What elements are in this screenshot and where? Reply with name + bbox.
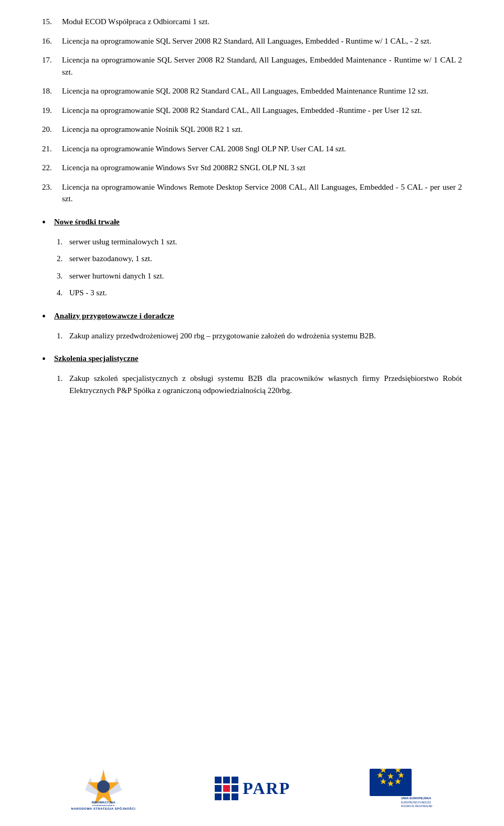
svg-rect-13 [232,793,238,800]
list-item-16: 16. Licencja na oprogramowanie SQL Serve… [42,35,462,47]
svg-rect-8 [215,785,222,792]
item-number-21: 21. [42,143,62,155]
parp-text-label: PARP [243,779,290,798]
nowe-item-3: 3. serwer hurtowni danych 1 szt. [57,270,462,282]
nowe-item-4: 4. UPS - 3 szt. [57,287,462,299]
szkolenia-text-1: Zakup szkoleń specjalistycznych z obsług… [69,373,462,396]
nowe-num-4: 4. [57,287,69,299]
list-item-15: 15. Moduł ECOD Współpraca z Odbiorcami 1… [42,16,462,28]
section-label-szkolenia: Szkolenia specjalistyczne [54,354,138,363]
svg-text:UNIA EUROPEJSKA: UNIA EUROPEJSKA [401,797,432,800]
svg-text:EUROPEJSKI FUNDUSZ: EUROPEJSKI FUNDUSZ [401,801,431,804]
section-header-nowe-srodki: • Nowe środki trwałe [42,218,462,229]
item-number-20: 20. [42,123,62,136]
logo-parp: PARP [215,777,290,800]
item-number-17: 17. [42,54,62,78]
szkolenia-list: 1. Zakup szkoleń specjalistycznych z obs… [57,373,462,396]
svg-rect-6 [223,777,230,783]
analizy-item-1: 1. Zakup analizy przedwdrożeniowej 200 r… [57,330,462,342]
logo-unia-europejska: UNIA EUROPEJSKA EUROPEJSKI FUNDUSZ ROZWO… [370,769,433,808]
ig-tagline: NARODOWA STRATEGIA SPÓJNOŚCI [71,807,135,810]
nowe-text-3: serwer hurtowni danych 1 szt. [69,270,462,282]
list-item-23: 23. Licencja na oprogramowanie Windows R… [42,181,462,205]
item-text-17: Licencja na oprogramowanie SQL Server 20… [62,54,462,78]
svg-rect-5 [215,777,222,783]
main-list: 15. Moduł ECOD Współpraca z Odbiorcami 1… [42,16,462,205]
nowe-num-2: 2. [57,253,69,265]
analizy-num-1: 1. [57,330,69,342]
list-item-20: 20. Licencja na oprogramowanie Nośnik SQ… [42,123,462,136]
nowe-text-4: UPS - 3 szt. [69,287,462,299]
nowe-srodki-list: 1. serwer usług terminalowych 1 szt. 2. … [57,236,462,299]
item-text-23: Licencja na oprogramowanie Windows Remot… [62,181,462,205]
page: 15. Moduł ECOD Współpraca z Odbiorcami 1… [0,0,504,826]
section-header-analizy: • Analizy przygotowawcze i doradcze [42,312,462,323]
nowe-num-3: 3. [57,270,69,282]
item-text-21: Licencja na oprogramowanie Windows Serve… [62,143,462,155]
parp-grid-icon [215,777,238,800]
svg-text:INNOWACYJNA: INNOWACYJNA [91,801,116,804]
svg-rect-12 [223,793,230,800]
section-label-nowe: Nowe środki trwałe [54,218,120,226]
svg-text:GOSPODARKA: GOSPODARKA [92,804,115,806]
section-label-analizy: Analizy przygotowawcze i doradcze [54,312,174,321]
svg-rect-11 [215,793,222,800]
list-item-17: 17. Licencja na oprogramowanie SQL Serve… [42,54,462,78]
bullet-icon-nowe: • [42,216,46,229]
item-text-22: Licencja na oprogramowanie Windows Svr S… [62,162,462,174]
ig-logo-svg: INNOWACYJNA GOSPODARKA [75,767,132,806]
svg-rect-7 [232,777,238,783]
section-nowe-srodki: • Nowe środki trwałe 1. serwer usług ter… [42,218,462,299]
list-item-19: 19. Licencja na oprogramowanie SQL 2008 … [42,105,462,117]
bullet-icon-szkolenia: • [42,353,46,365]
item-text-19: Licencja na oprogramowanie SQL 2008 R2 S… [62,105,462,117]
nowe-text-1: serwer usług terminalowych 1 szt. [69,236,462,248]
list-item-21: 21. Licencja na oprogramowanie Windows S… [42,143,462,155]
item-text-15: Moduł ECOD Współpraca z Odbiorcami 1 szt… [62,16,462,28]
section-analizy: • Analizy przygotowawcze i doradcze 1. Z… [42,312,462,342]
list-item-18: 18. Licencja na oprogramowanie SQL 2008 … [42,85,462,97]
item-number-23: 23. [42,181,62,205]
logo-innowacyjna-gospodarka: INNOWACYJNA GOSPODARKA NARODOWA STRATEGI… [71,767,135,810]
nowe-item-2: 2. serwer bazodanowy, 1 szt. [57,253,462,265]
nowe-num-1: 1. [57,236,69,248]
item-text-18: Licencja na oprogramowanie SQL 2008 R2 S… [62,85,462,97]
svg-rect-9 [223,785,230,792]
szkolenia-item-1: 1. Zakup szkoleń specjalistycznych z obs… [57,373,462,396]
bullet-icon-analizy: • [42,311,46,323]
section-szkolenia: • Szkolenia specjalistyczne 1. Zakup szk… [42,354,462,396]
item-number-22: 22. [42,162,62,174]
item-number-18: 18. [42,85,62,97]
item-number-15: 15. [42,16,62,28]
footer: INNOWACYJNA GOSPODARKA NARODOWA STRATEGI… [0,767,504,810]
item-number-19: 19. [42,105,62,117]
section-header-szkolenia: • Szkolenia specjalistyczne [42,354,462,365]
parp-emblem-svg [215,777,238,800]
szkolenia-num-1: 1. [57,373,69,396]
svg-point-2 [97,780,110,793]
analizy-text-1: Zakup analizy przedwdrożeniowej 200 rbg … [69,330,462,342]
numbered-list-block: 15. Moduł ECOD Współpraca z Odbiorcami 1… [42,16,462,205]
svg-text:ROZWOJU REGIONALNEGO: ROZWOJU REGIONALNEGO [401,804,433,808]
item-text-20: Licencja na oprogramowanie Nośnik SQL 20… [62,123,462,136]
analizy-list: 1. Zakup analizy przedwdrożeniowej 200 r… [57,330,462,342]
item-text-16: Licencja na oprogramowanie SQL Server 20… [62,35,462,47]
list-item-22: 22. Licencja na oprogramowanie Windows S… [42,162,462,174]
item-number-16: 16. [42,35,62,47]
svg-rect-10 [232,785,238,792]
nowe-item-1: 1. serwer usług terminalowych 1 szt. [57,236,462,248]
nowe-text-2: serwer bazodanowy, 1 szt. [69,253,462,265]
ue-logo-svg: UNIA EUROPEJSKA EUROPEJSKI FUNDUSZ ROZWO… [370,769,433,808]
